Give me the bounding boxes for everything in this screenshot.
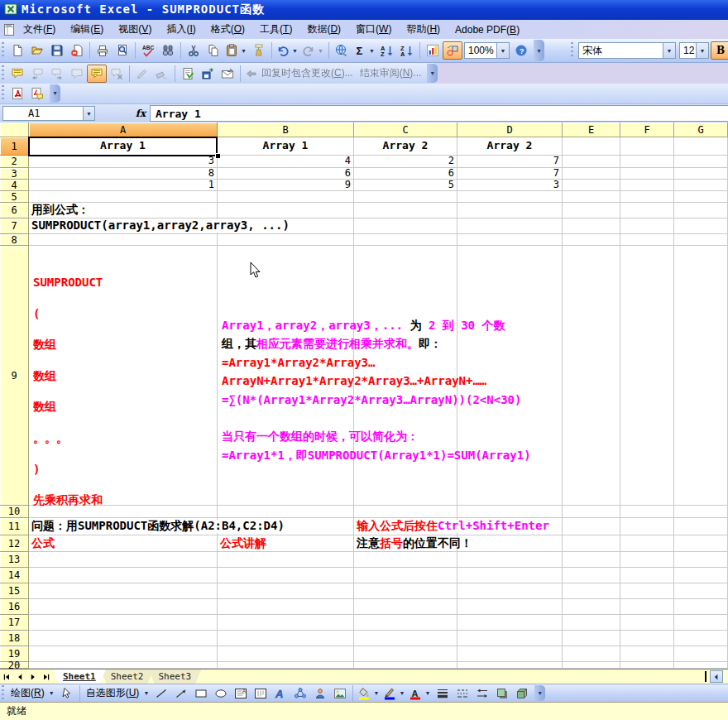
cell-F5[interactable] — [620, 191, 674, 203]
rectangle-button[interactable] — [191, 684, 211, 703]
column-header-E[interactable]: E — [563, 122, 620, 137]
cell-C11[interactable]: 输入公式后按住Ctrl+Shift+Enter — [354, 518, 457, 535]
cell-D13[interactable] — [457, 552, 563, 568]
line-color-button-dropdown-arrow[interactable]: ▼ — [398, 690, 405, 696]
row-header-12[interactable]: 12 — [0, 535, 29, 552]
diagram-button[interactable] — [290, 684, 310, 703]
cell-F3[interactable] — [620, 168, 674, 180]
autosum-button-dropdown-arrow[interactable]: ▼ — [368, 48, 376, 54]
copy-button[interactable] — [204, 41, 223, 60]
cell-G3[interactable] — [674, 168, 728, 180]
cell-A15[interactable] — [29, 583, 218, 599]
cell-G6[interactable] — [674, 203, 728, 218]
cell-E4[interactable] — [563, 180, 620, 191]
cell-C8[interactable] — [354, 234, 457, 246]
wordart-button[interactable]: A — [271, 684, 290, 703]
cell-G13[interactable] — [674, 552, 728, 568]
fill-color-button[interactable]: ▼ — [356, 684, 381, 703]
cell-C1[interactable]: Array 2 — [354, 137, 457, 156]
cell-D18[interactable] — [457, 631, 563, 646]
text-box-button[interactable]: A — [231, 684, 251, 703]
cell-D4[interactable]: 3 — [457, 180, 563, 191]
name-box-dropdown[interactable]: ▼ — [84, 106, 95, 121]
menu-item-format[interactable]: 格式(O) — [204, 20, 252, 39]
paste-button-dropdown-arrow[interactable]: ▼ — [240, 48, 247, 54]
cell-E7[interactable] — [563, 218, 620, 234]
convert-to-pdf-email-button[interactable] — [27, 84, 47, 103]
cell-B19[interactable] — [218, 646, 354, 662]
column-header-G[interactable]: G — [674, 122, 728, 137]
menu-item-view[interactable]: 视图(V) — [111, 20, 159, 39]
cell-E2[interactable] — [563, 156, 620, 168]
cell-E9[interactable] — [563, 246, 620, 506]
autoshapes-menu-button-dropdown-arrow[interactable]: ▼ — [142, 690, 150, 696]
clip-art-button[interactable] — [310, 684, 330, 703]
menu-item-help[interactable]: 帮助(H) — [399, 20, 448, 39]
cell-A6[interactable]: 用到公式： — [29, 203, 218, 218]
show-comment-button[interactable] — [67, 65, 87, 83]
3d-style-button[interactable] — [512, 684, 532, 703]
cell-E11[interactable] — [563, 518, 620, 535]
cell-G19[interactable] — [674, 646, 728, 662]
formula-input[interactable]: Array 1 — [150, 105, 728, 122]
cell-F13[interactable] — [620, 552, 674, 568]
select-all-corner[interactable] — [0, 122, 29, 137]
undo-button-dropdown-arrow[interactable]: ▼ — [291, 48, 299, 54]
convert-to-pdf-button[interactable] — [7, 84, 27, 103]
font-color-button-dropdown-arrow[interactable]: ▼ — [424, 690, 431, 696]
cell-G16[interactable] — [674, 599, 728, 615]
chart-wizard-button[interactable] — [423, 41, 443, 60]
cell-E14[interactable] — [563, 568, 620, 583]
cell-B14[interactable] — [218, 568, 354, 583]
cell-E12[interactable] — [563, 535, 620, 552]
oval-button[interactable] — [211, 684, 231, 703]
help-button-button[interactable]: ? — [511, 41, 531, 60]
tab-sheet3[interactable]: Sheet3 — [149, 670, 202, 684]
horizontal-scrollbar-track[interactable] — [201, 670, 703, 684]
save-button[interactable] — [47, 41, 67, 60]
cell-A20[interactable] — [29, 662, 218, 669]
cell-E17[interactable] — [563, 615, 620, 631]
menu-item-edit[interactable]: 编辑(E) — [63, 20, 111, 39]
cell-C7[interactable] — [354, 218, 457, 234]
cell-D3[interactable]: 7 — [457, 168, 563, 180]
cell-F10[interactable] — [620, 506, 674, 518]
cell-C16[interactable] — [354, 599, 457, 615]
dash-style-button[interactable] — [453, 684, 472, 703]
cell-A8[interactable] — [29, 234, 218, 246]
print-button[interactable] — [93, 41, 113, 60]
cut-button[interactable] — [184, 41, 204, 60]
cell-D14[interactable] — [457, 568, 563, 583]
new-comment-button[interactable] — [7, 65, 27, 83]
cell-B12[interactable]: 公式讲解 — [218, 535, 354, 552]
tab-last-button[interactable] — [40, 670, 53, 684]
cell-A13[interactable] — [29, 552, 218, 568]
cell-C12[interactable]: 注意括号的位置不同！ — [354, 535, 457, 552]
scroll-left-button[interactable] — [710, 670, 723, 683]
cell-A14[interactable] — [29, 568, 218, 583]
cell-G14[interactable] — [674, 568, 728, 583]
cell-C13[interactable] — [354, 552, 457, 568]
row-header-20[interactable]: 20 — [0, 662, 29, 669]
cell-A7[interactable]: SUMPRODUCT(array1,array2,array3, ...) — [29, 218, 218, 234]
cell-G2[interactable] — [674, 156, 728, 168]
reply-with-changes-button[interactable]: 回复时包含更改(C)... — [243, 65, 357, 83]
cell-A5[interactable] — [29, 191, 218, 203]
cell-F9[interactable] — [620, 246, 674, 506]
cell-F11[interactable] — [620, 518, 674, 535]
row-header-5[interactable]: 5 — [0, 191, 29, 203]
cell-C4[interactable]: 5 — [354, 180, 457, 191]
row-header-3[interactable]: 3 — [0, 168, 29, 180]
tab-sheet2[interactable]: Sheet2 — [101, 670, 154, 684]
research-button[interactable] — [158, 41, 178, 60]
show-all-comments-button[interactable] — [87, 65, 107, 83]
cell-F16[interactable] — [620, 599, 674, 615]
cell-G1[interactable] — [674, 137, 728, 156]
name-box[interactable]: A1 — [2, 106, 84, 121]
row-header-14[interactable]: 14 — [0, 568, 29, 583]
menu-item-tools[interactable]: 工具(T) — [252, 20, 299, 39]
next-comment-button[interactable] — [47, 65, 67, 83]
row-header-18[interactable]: 18 — [0, 631, 29, 646]
fill-color-button-dropdown-arrow[interactable]: ▼ — [372, 690, 380, 696]
cell-D17[interactable] — [457, 615, 563, 631]
